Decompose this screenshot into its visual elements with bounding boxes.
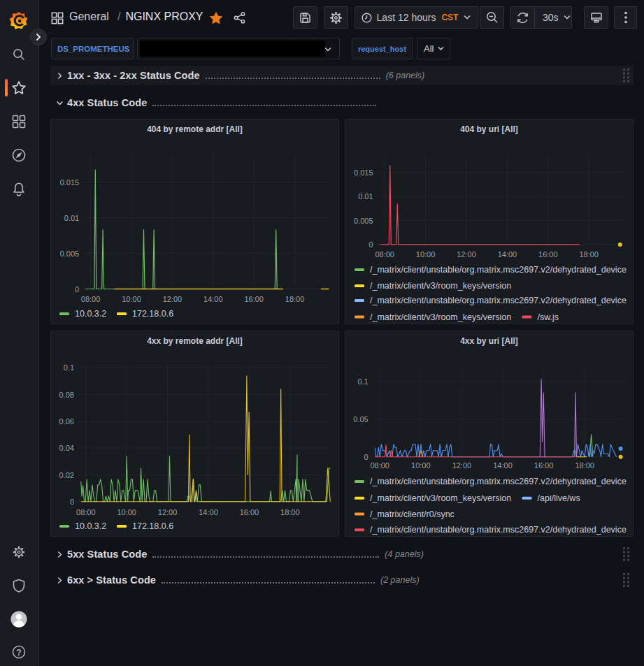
svg-text:172.18.0.6: 172.18.0.6	[132, 521, 173, 531]
svg-text:10:00: 10:00	[122, 295, 141, 303]
svg-text:172.18.0.6: 172.18.0.6	[132, 309, 173, 319]
svg-text:12:00: 12:00	[158, 508, 178, 516]
svg-text:12:00: 12:00	[457, 250, 476, 259]
svg-text:/_matrix/client/r0/sync: /_matrix/client/r0/sync	[370, 509, 455, 519]
svg-text:0.015: 0.015	[60, 178, 80, 187]
svg-text:14:00: 14:00	[203, 295, 223, 303]
svg-text:0.01: 0.01	[64, 214, 79, 222]
svg-text:16:00: 16:00	[240, 508, 259, 516]
svg-text:08:00: 08:00	[81, 295, 101, 303]
svg-text:12:00: 12:00	[452, 461, 472, 470]
svg-text:08:00: 08:00	[76, 508, 96, 516]
svg-text:08:00: 08:00	[370, 461, 389, 470]
svg-text:0.005: 0.005	[354, 217, 373, 225]
svg-text:/_matrix/client/v3/room_keys/v: /_matrix/client/v3/room_keys/version	[370, 312, 511, 322]
svg-text:10.0.3.2: 10.0.3.2	[75, 309, 106, 319]
svg-text:12:00: 12:00	[163, 295, 183, 303]
svg-text:/_matrix/client/unstable/org.m: /_matrix/client/unstable/org.matrix.msc2…	[370, 296, 627, 305]
svg-text:/_matrix/client/v3/room_keys/v: /_matrix/client/v3/room_keys/version	[370, 281, 511, 291]
svg-text:18:00: 18:00	[575, 461, 594, 470]
svg-text:14:00: 14:00	[493, 461, 513, 470]
svg-text:08:00: 08:00	[375, 250, 394, 259]
svg-text:16:00: 16:00	[538, 250, 558, 259]
svg-text:/_matrix/client/unstable/org.m: /_matrix/client/unstable/org.matrix.msc2…	[370, 477, 627, 486]
svg-text:0: 0	[368, 240, 373, 249]
svg-text:14:00: 14:00	[199, 508, 218, 516]
svg-text:0.08: 0.08	[59, 391, 74, 399]
svg-text:/sw.js: /sw.js	[538, 312, 559, 322]
svg-text:/_matrix/client/v3/room_keys/v: /_matrix/client/v3/room_keys/version	[370, 493, 511, 503]
svg-text:/api/live/ws: /api/live/ws	[538, 493, 580, 503]
svg-text:0.015: 0.015	[354, 168, 373, 177]
svg-text:18:00: 18:00	[579, 250, 599, 259]
svg-text:0.06: 0.06	[59, 417, 74, 426]
svg-text:0: 0	[70, 498, 74, 506]
svg-text:16:00: 16:00	[534, 461, 554, 470]
svg-text:?: ?	[16, 648, 21, 658]
svg-text:0: 0	[364, 453, 368, 461]
svg-text:0.1: 0.1	[357, 377, 368, 386]
svg-text:0.02: 0.02	[59, 471, 74, 479]
svg-text:0.04: 0.04	[59, 444, 74, 452]
svg-text:0.005: 0.005	[60, 249, 80, 258]
svg-text:16:00: 16:00	[244, 295, 264, 303]
svg-text:/_matrix/client/unstable/org.m: /_matrix/client/unstable/org.matrix.msc2…	[370, 265, 627, 275]
svg-text:0.01: 0.01	[358, 192, 373, 201]
svg-text:14:00: 14:00	[498, 250, 517, 259]
svg-text:0.05: 0.05	[353, 415, 368, 424]
svg-text:10.0.3.2: 10.0.3.2	[75, 521, 106, 531]
svg-text:0.1: 0.1	[64, 363, 74, 372]
svg-text:10:00: 10:00	[416, 250, 436, 259]
svg-text:/_matrix/client/unstable/org.m: /_matrix/client/unstable/org.matrix.msc2…	[370, 525, 627, 535]
svg-text:10:00: 10:00	[411, 461, 431, 470]
svg-text:0: 0	[75, 285, 79, 294]
svg-text:18:00: 18:00	[280, 508, 300, 516]
svg-text:10:00: 10:00	[117, 508, 136, 516]
svg-text:18:00: 18:00	[285, 295, 305, 303]
